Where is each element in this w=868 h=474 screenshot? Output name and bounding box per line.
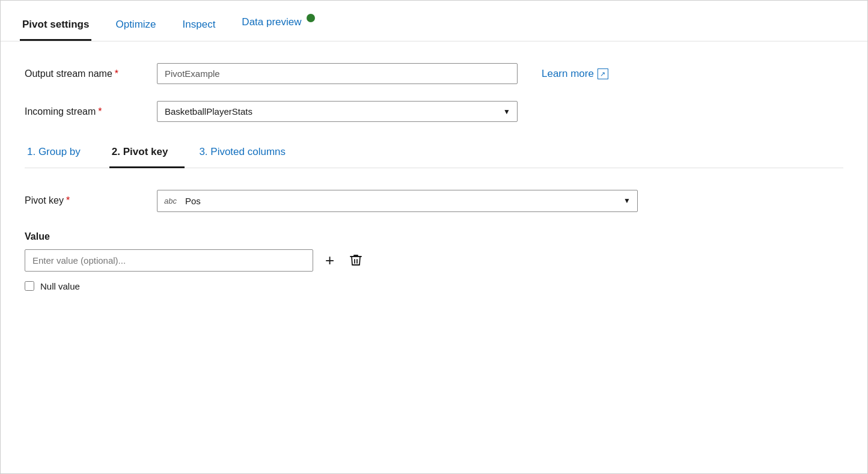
value-input-row: + bbox=[25, 249, 843, 272]
top-tab-bar: Pivot settings Optimize Inspect Data pre… bbox=[1, 1, 867, 41]
trash-icon bbox=[349, 253, 363, 267]
tab-data-preview[interactable]: Data preview bbox=[239, 14, 317, 41]
value-input[interactable] bbox=[25, 249, 313, 272]
pivot-key-required-star: * bbox=[66, 195, 70, 206]
external-link-icon: ↗ bbox=[598, 68, 608, 79]
incoming-stream-label: Incoming stream * bbox=[25, 106, 157, 117]
delete-value-button[interactable] bbox=[346, 253, 365, 267]
incoming-stream-select-wrapper: BasketballPlayerStats ▼ bbox=[157, 101, 518, 122]
output-stream-label: Output stream name * bbox=[25, 68, 157, 79]
data-preview-status-dot bbox=[307, 14, 315, 22]
null-value-row: Null value bbox=[25, 281, 843, 291]
add-value-button[interactable]: + bbox=[323, 251, 337, 270]
output-stream-required-star: * bbox=[115, 68, 118, 79]
tab-optimize[interactable]: Optimize bbox=[113, 19, 158, 41]
learn-more-link[interactable]: Learn more ↗ bbox=[542, 68, 608, 80]
value-section-label: Value bbox=[25, 231, 843, 242]
output-stream-row: Output stream name * Learn more ↗ bbox=[25, 63, 843, 84]
sub-tab-bar: 1. Group by 2. Pivot key 3. Pivoted colu… bbox=[25, 139, 843, 168]
pivot-key-label: Pivot key * bbox=[25, 195, 157, 206]
tab-pivot-settings[interactable]: Pivot settings bbox=[20, 19, 91, 41]
null-value-label: Null value bbox=[40, 281, 80, 291]
sub-tab-group-by[interactable]: 1. Group by bbox=[25, 139, 97, 168]
value-section: Value + bbox=[25, 231, 843, 291]
main-content: Output stream name * Learn more ↗ Incomi… bbox=[1, 41, 867, 313]
pivot-key-row: Pivot key * abc Pos ▼ bbox=[25, 190, 843, 212]
pivot-key-select-wrapper: abc Pos ▼ bbox=[157, 190, 638, 212]
sub-tab-pivoted-columns[interactable]: 3. Pivoted columns bbox=[197, 139, 302, 168]
pivot-section: Pivot key * abc Pos ▼ Value + bbox=[25, 190, 843, 291]
incoming-stream-select[interactable]: BasketballPlayerStats bbox=[157, 101, 518, 122]
incoming-stream-row: Incoming stream * BasketballPlayerStats … bbox=[25, 101, 843, 122]
sub-tab-pivot-key[interactable]: 2. Pivot key bbox=[109, 139, 185, 168]
incoming-stream-required-star: * bbox=[98, 106, 102, 117]
pivot-key-select[interactable]: Pos bbox=[157, 190, 638, 212]
output-stream-input[interactable] bbox=[157, 63, 518, 84]
null-value-checkbox[interactable] bbox=[25, 281, 34, 291]
tab-inspect[interactable]: Inspect bbox=[180, 19, 218, 41]
